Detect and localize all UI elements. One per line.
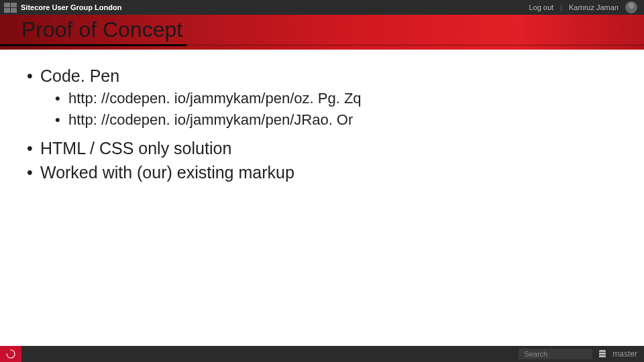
bottombar-right: Search master	[519, 349, 637, 359]
logout-link[interactable]: Log out	[529, 3, 553, 11]
slide-title: Proof of Concept	[21, 17, 182, 42]
avatar-icon[interactable]	[625, 1, 637, 13]
search-placeholder: Search	[524, 350, 547, 358]
topbar-left: Sitecore User Group London	[4, 3, 121, 13]
topbar-title: Sitecore User Group London	[21, 3, 121, 11]
bottombar: Search master	[0, 346, 644, 362]
separator: |	[560, 3, 562, 11]
title-underline	[0, 44, 186, 46]
bullet-3: Worked with (our) existing markup	[27, 160, 617, 184]
sitecore-logo	[0, 346, 21, 362]
database-label: master	[612, 349, 637, 359]
app-launcher-icon[interactable]	[4, 3, 17, 13]
slide-body: Code. Pen http: //codepen. io/jammykam/p…	[27, 64, 617, 185]
database-icon	[599, 350, 606, 358]
bullet-1: Code. Pen	[27, 64, 617, 88]
topbar: Sitecore User Group London Log out | Kam…	[0, 0, 644, 15]
bullet-1-2: http: //codepen. io/jammykam/pen/JRao. O…	[52, 109, 617, 131]
sitecore-logo-icon	[5, 349, 16, 359]
topbar-right: Log out | Kamruz Jaman	[529, 1, 637, 13]
bullet-1-1: http: //codepen. io/jammykam/pen/oz. Pg.…	[52, 88, 617, 109]
slide: Sitecore User Group London Log out | Kam…	[0, 0, 644, 362]
title-band: Proof of Concept	[0, 15, 644, 50]
search-input[interactable]: Search	[519, 349, 592, 359]
user-name: Kamruz Jaman	[569, 3, 619, 11]
svg-point-0	[5, 349, 16, 359]
bullet-2: HTML / CSS only solution	[27, 136, 617, 160]
